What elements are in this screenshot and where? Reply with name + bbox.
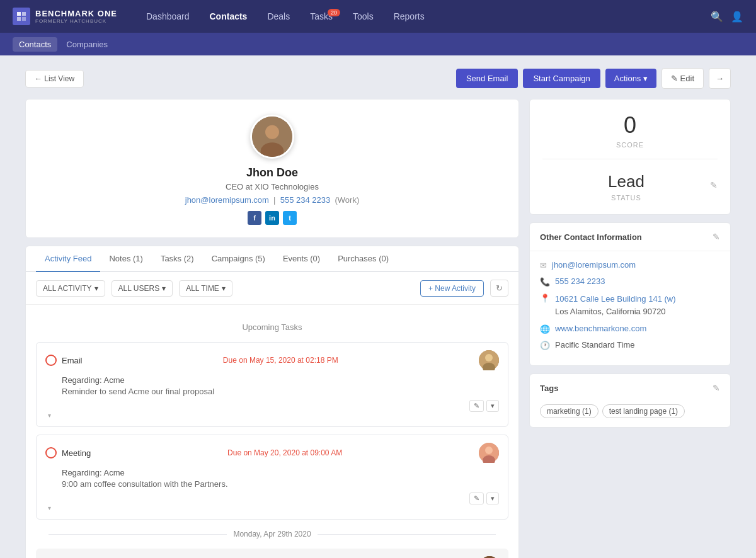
svg-point-7 [485, 447, 493, 454]
tab-activity-feed[interactable]: Activity Feed [36, 246, 100, 272]
contact-email-link[interactable]: jhon@loremipsum.com [185, 195, 269, 205]
tab-events[interactable]: Events (0) [274, 246, 329, 272]
avatar-container [250, 115, 294, 159]
contact-info-edit-icon[interactable]: ✎ [713, 232, 720, 242]
info-phone-row: 📞 555 234 2233 [540, 276, 720, 287]
tab-purchases[interactable]: Purchases (0) [329, 246, 398, 272]
send-email-button[interactable]: Send Email [456, 69, 518, 88]
tabs-header: Activity Feed Notes (1) Tasks (2) Campai… [26, 246, 518, 272]
left-panel: Jhon Doe CEO at XIO Technologies jhon@lo… [25, 99, 519, 558]
contact-card: Jhon Doe CEO at XIO Technologies jhon@lo… [25, 99, 519, 238]
email-icon: ✉ [540, 261, 547, 270]
info-website[interactable]: www.benchmarkone.com [555, 324, 646, 333]
subnav-contacts[interactable]: Contacts [13, 37, 57, 52]
nav-deals[interactable]: Deals [257, 8, 300, 25]
task-more-button[interactable]: ▾ [486, 493, 499, 504]
task-due: Due on May 20, 2020 at 09:00 AM [227, 448, 342, 457]
info-address-line1[interactable]: 10621 Calle Lee Building 141 (w) [555, 294, 676, 304]
tag-chip[interactable]: test landing page (1) [602, 404, 685, 418]
user-icon[interactable]: 👤 [731, 11, 743, 23]
logo-sub: FORMERLY HATCHBUCK [35, 18, 117, 24]
search-icon[interactable]: 🔍 [711, 11, 723, 23]
task-complete-button[interactable] [45, 447, 57, 458]
tags-edit-icon[interactable]: ✎ [713, 383, 720, 393]
tags-title: Tags [540, 384, 558, 393]
time-filter[interactable]: ALL TIME ▾ [179, 280, 232, 297]
info-phone[interactable]: 555 234 2233 [555, 276, 605, 286]
toolbar-actions: Send Email Start Campaign Actions ▾ ✎ Ed… [456, 68, 731, 89]
contact-name: Jhon Doe [38, 166, 506, 179]
new-activity-button[interactable]: + New Activity [420, 280, 484, 297]
task-regarding: Regarding: Acme [62, 468, 499, 477]
contact-email-phone: jhon@loremipsum.com | 555 234 2233 (Work… [38, 195, 506, 205]
info-website-row: 🌐 www.benchmarkone.com [540, 324, 720, 334]
twitter-icon[interactable]: t [283, 211, 297, 225]
nav-dashboard[interactable]: Dashboard [136, 8, 200, 25]
nav-tasks[interactable]: Tasks 20 [300, 8, 343, 25]
info-email[interactable]: jhon@loremipsum.com [552, 260, 636, 270]
task-description: Reminder to send Acme our final proposal [62, 387, 499, 396]
actions-button[interactable]: Actions ▾ [605, 69, 656, 88]
task-description: 9:00 am coffee consultation with the Par… [62, 479, 499, 489]
sub-navigation: Contacts Companies [0, 33, 756, 55]
info-address: 10621 Calle Lee Building 141 (w) Los Ala… [555, 293, 676, 317]
score-status-card: 0 SCORE Lead STATUS ✎ [529, 99, 731, 215]
task-expand-icon[interactable]: ▾ [48, 504, 499, 511]
next-contact-button[interactable]: → [709, 68, 731, 89]
contact-info-body: ✉ jhon@loremipsum.com 📞 555 234 2233 📍 1… [530, 251, 730, 365]
task-header: Meeting Due on May 20, 2020 at 09:00 AM [45, 443, 499, 463]
contact-phone-type: (Work) [335, 195, 359, 205]
score-value: 0 [542, 112, 718, 139]
tab-tasks[interactable]: Tasks (2) [152, 246, 203, 272]
activity-filter[interactable]: ALL ACTIVITY ▾ [36, 280, 105, 297]
task-body: Regarding: Acme 9:00 am coffee consultat… [45, 468, 499, 489]
task-assignee-avatar [479, 350, 499, 370]
svg-point-4 [485, 354, 493, 362]
svg-point-1 [265, 125, 279, 139]
upcoming-tasks-label: Upcoming Tasks [36, 322, 508, 332]
linkedin-icon[interactable]: in [265, 211, 279, 225]
avatar [252, 117, 292, 157]
refresh-button[interactable]: ↻ [490, 280, 508, 297]
nav-icons: 🔍 👤 [711, 11, 743, 23]
tab-notes[interactable]: Notes (1) [100, 246, 151, 272]
logo: BENCHMARK ONE FORMERLY HATCHBUCK [13, 8, 117, 25]
task-type: Email [62, 356, 83, 365]
task-footer: ✎ ▾ [45, 400, 499, 412]
tabs-container: Activity Feed Notes (1) Tasks (2) Campai… [25, 246, 519, 558]
start-campaign-button[interactable]: Start Campaign [523, 69, 600, 88]
contact-info-title: Other Contact Information [540, 232, 642, 242]
task-left: Email [45, 355, 83, 366]
phone-icon: 📞 [540, 277, 550, 287]
edit-button[interactable]: ✎ Edit [662, 68, 704, 89]
nav-reports[interactable]: Reports [384, 8, 435, 25]
task-complete-button[interactable] [45, 355, 57, 366]
tags-body: marketing (1) test landing page (1) [530, 402, 730, 427]
task-expand-icon[interactable]: ▾ [48, 412, 499, 419]
status-edit-icon[interactable]: ✎ [710, 180, 718, 190]
info-address-line2: Los Alamitos, California 90720 [555, 307, 666, 316]
tab-campaigns[interactable]: Campaigns (5) [203, 246, 274, 272]
location-icon: 📍 [540, 293, 550, 303]
nav-links: Dashboard Contacts Deals Tasks 20 Tools … [136, 8, 711, 25]
subnav-companies[interactable]: Companies [60, 37, 114, 52]
task-edit-button[interactable]: ✎ [469, 400, 484, 412]
task-left: Meeting [45, 447, 91, 458]
task-more-button[interactable]: ▾ [486, 400, 499, 412]
task-edit-button[interactable]: ✎ [469, 493, 484, 504]
task-header: Email Due on May 15, 2020 at 02:18 PM [45, 350, 499, 370]
info-email-row: ✉ jhon@loremipsum.com [540, 260, 720, 270]
users-filter[interactable]: ALL USERS ▾ [112, 280, 173, 297]
right-panel: 0 SCORE Lead STATUS ✎ Other Contact Info… [529, 99, 731, 558]
contact-phone-link[interactable]: 555 234 2233 [280, 195, 331, 205]
nav-tools[interactable]: Tools [343, 8, 384, 25]
task-item: Email Due on May 15, 2020 at 02:18 PM Re… [36, 342, 508, 427]
status-value: Lead [542, 172, 710, 191]
task-assignee-avatar [479, 443, 499, 463]
info-address-row: 📍 10621 Calle Lee Building 141 (w) Los A… [540, 293, 720, 317]
tag-chip[interactable]: marketing (1) [540, 404, 598, 418]
facebook-icon[interactable]: f [248, 211, 261, 225]
filters-bar: ALL ACTIVITY ▾ ALL USERS ▾ ALL TIME ▾ + … [26, 272, 518, 305]
nav-contacts[interactable]: Contacts [200, 8, 258, 25]
list-view-button[interactable]: ← List View [25, 70, 84, 88]
